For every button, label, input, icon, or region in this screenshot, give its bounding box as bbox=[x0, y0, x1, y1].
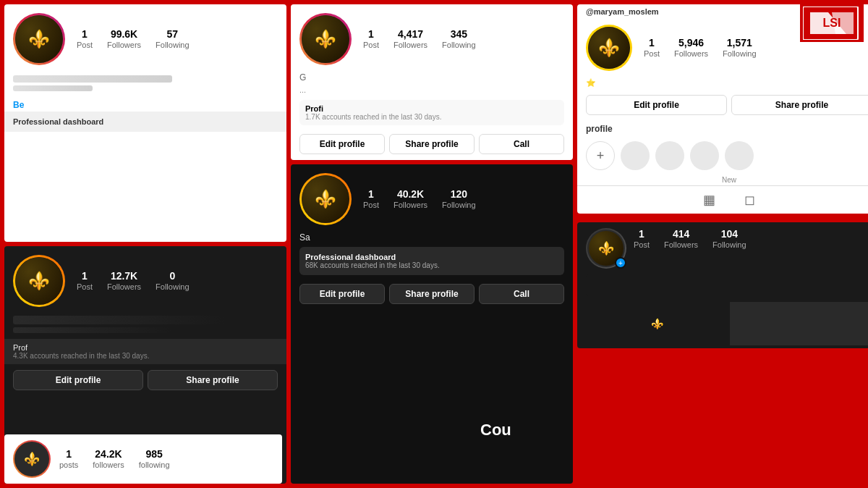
privacy-bar-1b bbox=[13, 85, 93, 91]
privacy-4b bbox=[13, 327, 172, 333]
call-btn-2b[interactable]: Call bbox=[479, 284, 564, 304]
post-grid-bottom: ⚜️ bbox=[577, 299, 868, 348]
followers-label-5: followers bbox=[93, 460, 124, 470]
story-add-btn[interactable]: + bbox=[586, 141, 615, 170]
stat-posts-2: 1 Post bbox=[363, 28, 379, 50]
be-label: Be bbox=[4, 97, 286, 112]
following-label-3: Following bbox=[723, 49, 756, 59]
posts-label-6: Post bbox=[634, 240, 650, 250]
stat-following-4: 0 Following bbox=[156, 270, 189, 292]
post-thumb-1: ⚜️ bbox=[586, 302, 729, 345]
prof-sub-4: 4.3K accounts reached in the last 30 day… bbox=[13, 352, 278, 360]
avatar-badge-1: ⚜️ bbox=[15, 15, 63, 63]
stat-posts-4: 1 Post bbox=[77, 270, 93, 292]
share-profile-btn-2b[interactable]: Share profile bbox=[389, 284, 475, 304]
avatar-ring-2b: ⚜️ bbox=[299, 173, 352, 225]
tag-view-icon[interactable]: ◻ bbox=[744, 192, 755, 208]
edit-profile-btn-3[interactable]: Edit profile bbox=[586, 95, 727, 115]
username-2b: Sa bbox=[291, 231, 573, 244]
edit-profile-btn-2[interactable]: Edit profile bbox=[299, 134, 385, 154]
posts-count-5: 1 bbox=[66, 448, 72, 460]
followers-count-1: 99.6K bbox=[111, 28, 137, 41]
posts-count-2: 1 bbox=[368, 28, 374, 41]
followers-label-3: Followers bbox=[674, 49, 708, 59]
professional-bar-1: Professional dashboard bbox=[4, 112, 286, 132]
posts-count-4: 1 bbox=[82, 270, 88, 282]
stat-following-2: 345 Following bbox=[442, 28, 475, 50]
avatar-img-2b: ⚜️ bbox=[302, 175, 349, 223]
stats-row-4: 1 Post 12.7K Followers 0 Following bbox=[77, 270, 278, 292]
followers-label-2: Followers bbox=[393, 41, 427, 50]
stats-row-2b: 1 Post 40.2K Followers 120 Following bbox=[363, 188, 564, 210]
post-thumb-icon-1: ⚜️ bbox=[651, 318, 663, 329]
posts-label-2: Post bbox=[363, 41, 379, 50]
posts-count-6: 1 bbox=[639, 228, 644, 240]
followers-count-6: 414 bbox=[673, 228, 689, 240]
avatar-ring-2: ⚜️ bbox=[299, 13, 352, 65]
profile-card-2-bottom: ⚜️ 1 Post 40.2K Followers 120 F bbox=[291, 164, 573, 484]
stat-followers-6: 414 Followers bbox=[664, 228, 698, 269]
prof-bar-4: Prof 4.3K accounts reached in the last 3… bbox=[4, 339, 286, 364]
avatar-ring-1: ⚜️ bbox=[13, 13, 65, 65]
following-label-2b: Following bbox=[442, 201, 475, 210]
story-circle-4 bbox=[725, 141, 754, 170]
story-circle-2 bbox=[655, 141, 684, 170]
stat-followers-2: 4,417 Followers bbox=[393, 28, 427, 50]
stat-following-1: 57 Following bbox=[156, 28, 189, 50]
avatar-img-3: ⚜️ bbox=[588, 27, 630, 69]
posts-label-1: Post bbox=[77, 41, 93, 50]
profile-card-3-bottom: ⚜️ + 1 Post 414 Followers 104 bbox=[577, 222, 868, 348]
profile-section-label: profile bbox=[577, 121, 868, 137]
avatar-ring-5: ⚜️ bbox=[13, 440, 51, 478]
stat-posts-6: 1 Post bbox=[634, 228, 650, 269]
profile-card-5: ⚜️ 1 posts 24.2K followers 985 following bbox=[4, 434, 282, 484]
blurred-section-1 bbox=[4, 71, 286, 97]
following-count-4: 0 bbox=[169, 270, 175, 282]
share-profile-btn-3[interactable]: Share profile bbox=[731, 95, 868, 115]
posts-count-2b: 1 bbox=[368, 188, 374, 201]
story-circle-1 bbox=[621, 141, 650, 170]
card-3-wrapper: @maryam_moslem ⚜️ 1 Post 5,946 bbox=[577, 4, 868, 484]
profile-header-4: ⚜️ 1 Post 12.7K Followers 0 Following bbox=[4, 246, 286, 313]
call-btn-2[interactable]: Call bbox=[479, 134, 564, 154]
button-row-3: Edit profile Share profile bbox=[577, 89, 868, 121]
stats-row-2: 1 Post 4,417 Followers 345 Following bbox=[363, 28, 564, 50]
avatar-ring-4: ⚜️ bbox=[13, 255, 65, 307]
following-label-6: Following bbox=[712, 240, 746, 250]
prof-label-2b: Professional dashboard bbox=[305, 253, 558, 261]
share-profile-btn-4[interactable]: Share profile bbox=[148, 370, 278, 390]
stats-row-5: 1 posts 24.2K followers 985 following bbox=[59, 448, 273, 470]
stat-posts-1: 1 Post bbox=[77, 28, 93, 50]
logo-area: LSI bbox=[800, 4, 864, 42]
logo-svg: LSI bbox=[803, 7, 861, 40]
stat-followers-5: 24.2K followers bbox=[93, 448, 124, 470]
bottom-profile-row: ⚜️ + 1 Post 414 Followers 104 bbox=[577, 222, 868, 274]
edit-profile-btn-2b[interactable]: Edit profile bbox=[299, 284, 385, 304]
avatar-ring-3: ⚜️ bbox=[586, 25, 632, 71]
cou-text: Cou bbox=[480, 421, 511, 439]
followers-count-3: 5,946 bbox=[678, 37, 704, 49]
svg-text:LSI: LSI bbox=[823, 17, 841, 29]
following-label-5: following bbox=[139, 460, 170, 470]
button-row-2: Edit profile Share profile Call bbox=[291, 128, 573, 160]
stat-following-2b: 120 Following bbox=[442, 188, 475, 210]
card-2-wrapper: ⚜️ 1 Post 4,417 Followers 345 F bbox=[291, 4, 573, 484]
following-label-4: Following bbox=[156, 282, 189, 292]
edit-profile-btn-4[interactable]: Edit profile bbox=[13, 370, 143, 390]
following-count-3: 1,571 bbox=[727, 37, 752, 49]
share-profile-btn-2[interactable]: Share profile bbox=[389, 134, 475, 154]
following-count-5: 985 bbox=[145, 448, 162, 460]
stat-posts-3: 1 Post bbox=[644, 37, 660, 59]
profile-header-2: ⚜️ 1 Post 4,417 Followers 345 F bbox=[291, 4, 573, 71]
button-row-2b: Edit profile Share profile Call bbox=[291, 278, 573, 310]
posts-label-5: posts bbox=[59, 460, 78, 470]
followers-label-6: Followers bbox=[664, 240, 698, 250]
grid-view-icon[interactable]: ▦ bbox=[703, 192, 715, 208]
stat-posts-5: 1 posts bbox=[59, 448, 78, 470]
prof-sub-2b: 68K accounts reached in the last 30 days… bbox=[305, 261, 558, 269]
mini-post-grid: ⚜️ bbox=[586, 302, 868, 345]
plus-badge: + bbox=[615, 257, 626, 269]
avatar-badge-3: ⚜️ bbox=[588, 27, 630, 69]
avatar-container-6: ⚜️ + bbox=[586, 228, 626, 269]
posts-count-3: 1 bbox=[649, 37, 655, 49]
